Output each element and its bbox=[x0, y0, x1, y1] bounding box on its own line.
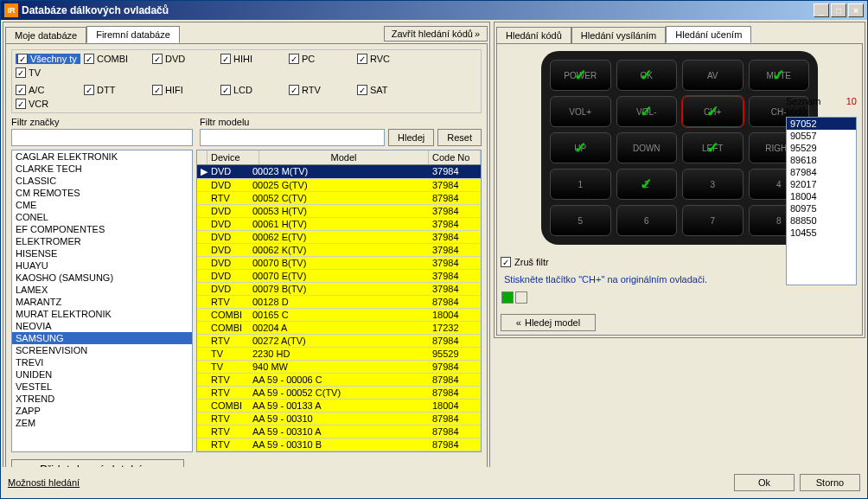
remote-button-2[interactable]: 2 bbox=[616, 169, 678, 200]
table-row[interactable]: DVD00061 H(TV)37984 bbox=[197, 218, 481, 231]
col-code[interactable]: Code No bbox=[429, 150, 481, 164]
table-row[interactable]: COMBI00204 A17232 bbox=[197, 322, 481, 335]
tab-search-tx[interactable]: Hledání vysíláním bbox=[571, 27, 666, 43]
add-to-my-db-button[interactable]: Přidat do mé databáze bbox=[11, 459, 184, 467]
code-item[interactable]: 10455 bbox=[787, 227, 856, 239]
brand-item[interactable]: MARANTZ bbox=[12, 296, 192, 308]
brand-item[interactable]: CAGLAR ELEKTRONIK bbox=[12, 150, 192, 163]
code-item[interactable]: 89618 bbox=[787, 154, 856, 166]
brand-item[interactable]: CME bbox=[12, 199, 192, 211]
tab-firm-db[interactable]: Firemní databáze bbox=[86, 26, 180, 43]
brand-item[interactable]: ELEKTROMER bbox=[12, 235, 192, 247]
brand-item[interactable]: ZEM bbox=[12, 417, 192, 429]
table-row[interactable]: RTV00128 D87984 bbox=[197, 296, 481, 309]
type-checkbox-hifi[interactable]: ✓HIFI bbox=[152, 85, 217, 95]
close-button[interactable]: × bbox=[848, 3, 864, 17]
table-row[interactable]: TV2230 HD95529 bbox=[197, 348, 481, 361]
maximize-button[interactable]: □ bbox=[831, 3, 846, 17]
brand-list[interactable]: CAGLAR ELEKTRONIKCLARKE TECHCLASSICCM RE… bbox=[11, 150, 193, 452]
brand-item[interactable]: MURAT ELEKTRONIK bbox=[12, 308, 192, 320]
remote-button-ok[interactable]: OK bbox=[616, 60, 678, 91]
type-checkbox-lcd[interactable]: ✓LCD bbox=[220, 85, 285, 95]
remote-button-6[interactable]: 6 bbox=[616, 205, 678, 236]
table-row[interactable]: ▶DVD00023 M(TV)37984 bbox=[197, 165, 481, 179]
code-list[interactable]: 9705290557955298961887984920171800480975… bbox=[786, 117, 857, 285]
code-item[interactable]: 87984 bbox=[787, 166, 856, 178]
table-row[interactable]: RTV00052 C(TV)87984 bbox=[197, 192, 481, 205]
brand-item[interactable]: NEOVIA bbox=[12, 320, 192, 332]
code-item[interactable]: 88850 bbox=[787, 214, 856, 227]
remote-button-left[interactable]: LEFT bbox=[682, 132, 744, 163]
brand-item[interactable]: VESTEL bbox=[12, 381, 192, 393]
brand-item[interactable]: XTREND bbox=[12, 393, 192, 405]
remote-button-vol[interactable]: VOL+ bbox=[550, 96, 611, 127]
code-item[interactable]: 95529 bbox=[787, 142, 856, 154]
type-checkbox-vcr[interactable]: ✓VCR bbox=[16, 99, 80, 109]
col-model[interactable]: Model bbox=[259, 150, 429, 164]
type-checkbox-ac[interactable]: ✓A/C bbox=[16, 85, 80, 95]
type-checkbox-rvc[interactable]: ✓RVC bbox=[357, 54, 422, 64]
table-row[interactable]: DVD00079 B(TV)37984 bbox=[197, 283, 481, 296]
brand-item[interactable]: KAOSHO (SAMSUNG) bbox=[12, 272, 192, 284]
table-row[interactable]: DVD00053 H(TV)37984 bbox=[197, 205, 481, 218]
brand-filter-input[interactable] bbox=[11, 129, 193, 146]
type-checkbox-dvd[interactable]: ✓DVD bbox=[152, 54, 217, 64]
table-row[interactable]: DVD00062 E(TV)37984 bbox=[197, 231, 481, 244]
code-item[interactable]: 80975 bbox=[787, 202, 856, 214]
brand-item[interactable]: CONEL bbox=[12, 211, 192, 223]
table-row[interactable]: DVD00070 B(TV)37984 bbox=[197, 257, 481, 270]
search-options-link[interactable]: Možnosti hledání bbox=[8, 477, 80, 488]
brand-item[interactable]: LAMEX bbox=[12, 284, 192, 296]
brand-item[interactable]: SCREENVISION bbox=[12, 344, 192, 356]
code-item[interactable]: 92017 bbox=[787, 178, 856, 190]
table-row[interactable]: RTVAA 59 - 00052 C(TV)87984 bbox=[197, 387, 481, 400]
type-checkbox-vechnyty[interactable]: ✓Všechny ty bbox=[16, 54, 80, 64]
remote-button-down[interactable]: DOWN bbox=[616, 132, 678, 163]
minimize-button[interactable]: _ bbox=[814, 3, 829, 17]
code-item[interactable]: 90557 bbox=[787, 130, 856, 142]
table-row[interactable]: RTV00272 A(TV)87984 bbox=[197, 335, 481, 348]
table-row[interactable]: RTVAA 59 - 00006 C87984 bbox=[197, 374, 481, 387]
brand-item[interactable]: CM REMOTES bbox=[12, 187, 192, 199]
brand-item[interactable]: CLARKE TECH bbox=[12, 163, 192, 175]
table-row[interactable]: RTVAA 59 - 00310 A87984 bbox=[197, 425, 481, 438]
search-model-button[interactable]: « Hledej model bbox=[501, 314, 596, 331]
reset-button[interactable]: Reset bbox=[437, 129, 482, 146]
table-row[interactable]: COMBI00165 C18004 bbox=[197, 309, 481, 322]
remote-button-3[interactable]: 3 bbox=[682, 169, 744, 200]
cancel-button[interactable]: Storno bbox=[800, 474, 860, 491]
tab-search-codes[interactable]: Hledání kódů bbox=[496, 27, 571, 43]
col-device[interactable]: Device bbox=[207, 150, 259, 164]
brand-item[interactable]: ZAPP bbox=[12, 405, 192, 417]
brand-item[interactable]: HUAYU bbox=[12, 259, 192, 272]
remote-button-power[interactable]: POWER bbox=[550, 60, 611, 91]
remote-button-av[interactable]: AV bbox=[682, 60, 744, 91]
ok-button[interactable]: Ok bbox=[734, 474, 795, 491]
remote-button-1[interactable]: 1 bbox=[550, 169, 611, 200]
type-checkbox-tv[interactable]: ✓TV bbox=[16, 67, 80, 78]
cancel-filter-checkbox[interactable]: ✓ bbox=[501, 257, 511, 267]
remote-button-7[interactable]: 7 bbox=[682, 205, 744, 236]
table-row[interactable]: RTVAA 59 - 0031087984 bbox=[197, 413, 481, 425]
table-row[interactable]: DVD00070 E(TV)37984 bbox=[197, 270, 481, 283]
code-item[interactable]: 97052 bbox=[787, 118, 856, 130]
type-checkbox-dtt[interactable]: ✓DTT bbox=[84, 85, 149, 95]
model-filter-input[interactable] bbox=[200, 129, 385, 146]
type-checkbox-pc[interactable]: ✓PC bbox=[289, 54, 354, 64]
remote-button-ch[interactable]: CH+ bbox=[682, 96, 744, 127]
table-row[interactable]: RTVAA 59 - 00310 B87984 bbox=[197, 438, 481, 451]
brand-item[interactable]: HISENSE bbox=[12, 247, 192, 259]
brand-item[interactable]: SAMSUNG bbox=[12, 332, 192, 344]
search-button[interactable]: Hledej bbox=[388, 129, 434, 146]
code-item[interactable]: 18004 bbox=[787, 190, 856, 202]
type-checkbox-hihi[interactable]: ✓HIHI bbox=[220, 54, 285, 64]
type-checkbox-rtv[interactable]: ✓RTV bbox=[289, 85, 354, 95]
brand-item[interactable]: TREVI bbox=[12, 356, 192, 368]
brand-item[interactable]: EF COMPONENTES bbox=[12, 223, 192, 235]
brand-item[interactable]: UNIDEN bbox=[12, 368, 192, 381]
table-body[interactable]: ▶DVD00023 M(TV)37984DVD00025 G(TV)37984R… bbox=[197, 165, 481, 451]
table-row[interactable]: COMBIAA 59 - 00133 A18004 bbox=[197, 400, 481, 413]
tab-search-learn[interactable]: Hledání učením bbox=[666, 26, 751, 43]
table-row[interactable]: TV940 MW97984 bbox=[197, 361, 481, 374]
remote-button-vol[interactable]: VOL- bbox=[616, 96, 678, 127]
